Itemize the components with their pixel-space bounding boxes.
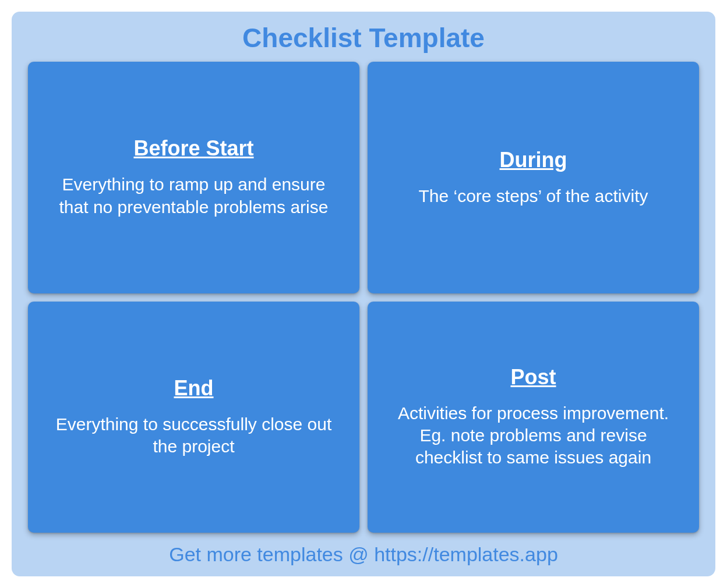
card-heading: End <box>174 376 214 401</box>
card-end: End Everything to successfully close out… <box>28 302 359 533</box>
card-description: The ‘core steps’ of the activity <box>418 185 648 207</box>
card-heading: Before Start <box>133 136 253 161</box>
card-description: Everything to ramp up and ensure that no… <box>51 173 336 218</box>
card-description: Everything to successfully close out the… <box>51 413 336 458</box>
template-container: Checklist Template Before Start Everythi… <box>12 12 715 576</box>
card-heading: During <box>500 148 567 172</box>
card-heading: Post <box>510 365 556 389</box>
card-description: Activities for process improvement. Eg. … <box>391 402 676 469</box>
card-post: Post Activities for process improvement.… <box>368 302 699 533</box>
card-before-start: Before Start Everything to ramp up and e… <box>28 62 359 293</box>
footer-text: Get more templates @ https://templates.a… <box>28 533 699 573</box>
page-title: Checklist Template <box>28 22 699 54</box>
card-grid: Before Start Everything to ramp up and e… <box>28 62 699 533</box>
card-during: During The ‘core steps’ of the activity <box>368 62 699 293</box>
